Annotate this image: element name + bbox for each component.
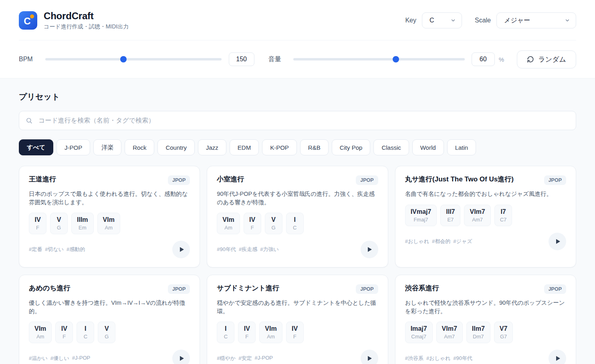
chord-roman: V <box>270 216 277 223</box>
play-icon <box>368 356 372 361</box>
filter-chip-jazz[interactable]: Jazz <box>198 139 226 155</box>
chord-note: G <box>103 334 110 340</box>
tag: #切ない <box>45 246 64 253</box>
play-button[interactable] <box>361 350 378 364</box>
chord-roman: IV <box>292 325 298 332</box>
preset-card[interactable]: 小室進行 JPOP 90年代J-POPを代表する小室哲哉氏の進行。力強く、疾走感… <box>207 166 388 267</box>
bpm-input[interactable] <box>229 52 254 66</box>
play-button[interactable] <box>361 241 378 258</box>
preset-card-title: 王道進行 <box>29 175 56 184</box>
preset-card[interactable]: 丸サ進行(Just The Two Of Us進行) JPOP 名曲で有名になっ… <box>395 166 576 267</box>
filter-chip-world[interactable]: World <box>412 139 444 155</box>
tag: #穏やか <box>217 355 236 362</box>
chord-roman: IV <box>34 216 41 223</box>
volume-label: 音量 <box>268 55 281 64</box>
filter-chip-city-pop[interactable]: City Pop <box>332 139 371 155</box>
logo-letter: C <box>24 16 30 27</box>
tag: #温かい <box>29 355 48 362</box>
search-input[interactable] <box>19 111 576 130</box>
chord-note: Am <box>222 225 234 231</box>
tag: #定番 <box>29 246 42 253</box>
preset-card-description: 日本のポップスで最もよく使われる進行。切なく、感動的な雰囲気を演出します。 <box>29 190 190 206</box>
preset-card-description: 名曲で有名になった都会的でおしゃれなジャズ風進行。 <box>405 190 566 198</box>
key-value: C <box>430 17 434 24</box>
bpm-label: BPM <box>19 56 33 63</box>
bpm-slider-thumb[interactable] <box>120 56 127 62</box>
tag-list: #定番#切ない#感動的 <box>29 246 85 253</box>
chord-chip: VImAm <box>97 213 120 234</box>
filter-chip-country[interactable]: Country <box>157 139 195 155</box>
chord-chip: VG <box>50 213 68 234</box>
play-icon <box>180 356 184 361</box>
scale-select[interactable]: メジャー <box>496 12 576 28</box>
key-label: Key <box>405 17 416 24</box>
chord-roman: IIm7 <box>472 325 485 332</box>
chord-note: Am7 <box>470 217 485 223</box>
chord-list: IVFVGIIImEmVImAm <box>29 213 190 234</box>
chord-note: E7 <box>446 217 455 223</box>
play-button[interactable] <box>172 241 190 258</box>
chord-note: Am7 <box>442 334 457 340</box>
chord-chip: V7G7 <box>494 322 513 343</box>
preset-grid: 王道進行 JPOP 日本のポップスで最もよく使われる進行。切なく、感動的な雰囲気… <box>19 166 576 364</box>
filter-chip-洋楽[interactable]: 洋楽 <box>93 139 121 155</box>
preset-card[interactable]: サブドミナント進行 JPOP 穏やかで安定感のある進行。サブドミナントを中心とし… <box>207 275 388 364</box>
chord-chip: IC <box>217 322 234 343</box>
random-button-label: ランダム <box>538 55 566 64</box>
chord-roman: V7 <box>500 325 508 332</box>
random-button[interactable]: ランダム <box>517 50 576 68</box>
filter-chip-r-b[interactable]: R&B <box>300 139 329 155</box>
chord-note: F <box>61 334 67 340</box>
chord-roman: VIm <box>265 325 276 332</box>
chord-roman: V <box>56 216 62 223</box>
preset-card[interactable]: あめのち進行 JPOP 優しく温かい響きを持つ進行。VIm→IV→I→Vの流れが… <box>19 275 200 364</box>
tag: #感動的 <box>67 246 85 253</box>
chord-chip: IVF <box>244 213 261 234</box>
filter-chip-rock[interactable]: Rock <box>125 139 154 155</box>
volume-slider-thumb[interactable] <box>393 56 399 62</box>
play-icon <box>556 239 560 244</box>
preset-card-title: サブドミナント進行 <box>217 284 279 293</box>
filter-chip-edm[interactable]: EDM <box>230 139 259 155</box>
chord-roman: IV <box>244 325 250 332</box>
chord-note: C <box>222 334 229 340</box>
chord-note: G <box>270 225 277 231</box>
logo-orange-dot <box>30 14 34 18</box>
app-subtitle: コード進行作成・試聴・MIDI出力 <box>44 23 129 30</box>
volume-slider[interactable] <box>293 56 465 62</box>
filter-chip-latin[interactable]: Latin <box>447 139 476 155</box>
chord-roman: I <box>82 325 89 332</box>
tag: #優しい <box>50 355 69 362</box>
tag: #90年代 <box>217 246 236 253</box>
filter-chip-j-pop[interactable]: J-POP <box>56 139 90 155</box>
volume-input[interactable] <box>472 52 495 66</box>
play-button[interactable] <box>549 350 566 364</box>
chord-roman: III7 <box>446 208 455 215</box>
tag: #都会的 <box>432 238 450 245</box>
filter-chip-classic[interactable]: Classic <box>373 139 409 155</box>
brand: C ChordCraft コード進行作成・試聴・MIDI出力 <box>19 10 129 30</box>
chord-chip: Imaj7Cmaj7 <box>405 322 433 343</box>
chord-chip: IC <box>77 322 94 343</box>
play-button[interactable] <box>549 233 566 250</box>
chord-chip: IIImEm <box>71 213 94 234</box>
tag-list: #渋谷系#おしゃれ#90年代 <box>405 355 472 362</box>
chord-chip: IVF <box>286 322 304 343</box>
chevron-down-icon <box>450 18 456 23</box>
filter-chip-すべて[interactable]: すべて <box>19 139 53 155</box>
key-select[interactable]: C <box>422 12 462 28</box>
tag: #力強い <box>260 246 279 253</box>
preset-card[interactable]: 渋谷系進行 JPOP おしゃれで軽快な渋谷系サウンド。90年代のポップスシーンを… <box>395 275 576 364</box>
play-button[interactable] <box>172 350 190 364</box>
refresh-icon <box>527 56 534 63</box>
chord-chip: IIm7Dm7 <box>466 322 490 343</box>
bpm-slider[interactable] <box>45 56 222 62</box>
chord-note: Cmaj7 <box>411 334 427 340</box>
tag: #疾走感 <box>239 246 257 253</box>
playback-controls: BPM 音量 % ランダム <box>0 40 595 78</box>
chord-note: F <box>249 225 256 231</box>
preset-card[interactable]: 王道進行 JPOP 日本のポップスで最もよく使われる進行。切なく、感動的な雰囲気… <box>19 166 200 267</box>
chord-chip: I7C7 <box>494 205 512 226</box>
filter-chip-k-pop[interactable]: K-POP <box>262 139 297 155</box>
chord-chip: VG <box>265 213 282 234</box>
